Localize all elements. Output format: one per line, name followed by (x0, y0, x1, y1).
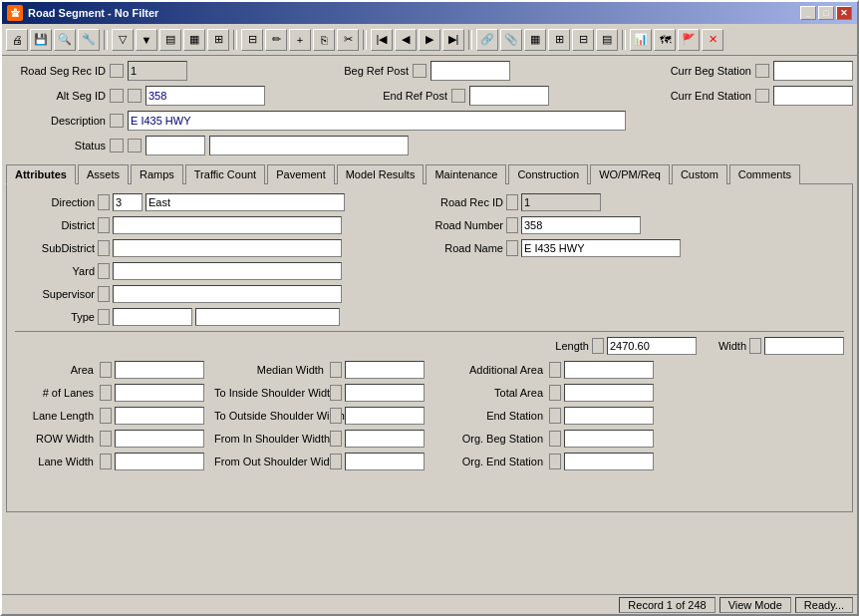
org-end-station-input[interactable] (564, 453, 654, 470)
end-ref-post-label: End Ref Post (358, 90, 447, 102)
lane-length-input[interactable] (115, 407, 204, 425)
grid5-button[interactable]: ▤ (596, 29, 618, 51)
supervisor-input[interactable] (113, 285, 342, 303)
to-inside-shoulder-indicator (330, 385, 342, 401)
maximize-button[interactable]: □ (818, 6, 834, 20)
grid4-button[interactable]: ⊟ (572, 29, 594, 51)
type-code-input[interactable] (113, 308, 192, 326)
tab-attributes[interactable]: Attributes (6, 164, 76, 184)
table-button[interactable]: ▤ (159, 29, 181, 51)
scan-button[interactable]: ⊞ (207, 29, 229, 51)
type-row: Type (15, 307, 394, 327)
road-number-indicator (506, 217, 518, 233)
from-in-shoulder-row: From In Shoulder Width (214, 429, 433, 449)
search-button[interactable]: 🔍 (54, 29, 76, 51)
direction-code-input[interactable] (113, 193, 143, 211)
org-end-station-row: Org. End Station (443, 452, 844, 471)
close-button[interactable]: ✕ (836, 6, 852, 20)
org-beg-station-label: Org. Beg Station (443, 433, 543, 445)
total-area-input[interactable] (564, 384, 654, 402)
subdistrict-input[interactable] (113, 239, 342, 257)
filter-down-button[interactable]: ▼ (136, 29, 157, 51)
type-desc-input[interactable] (195, 308, 340, 326)
curr-end-station-input[interactable] (773, 86, 853, 106)
direction-value-input[interactable] (145, 193, 345, 211)
to-outside-shoulder-input[interactable] (345, 407, 425, 425)
alt-seg-id-input[interactable] (145, 86, 265, 106)
flag-button[interactable]: 🚩 (678, 29, 700, 51)
filter-button[interactable]: ▽ (112, 29, 134, 51)
map-button[interactable]: 🗺 (654, 29, 676, 51)
nav-next-button[interactable]: ▶ (419, 29, 440, 51)
description-input[interactable] (128, 111, 626, 131)
close-red-button[interactable]: ✕ (702, 29, 723, 51)
lane-width-input[interactable] (115, 453, 204, 470)
lane-width-label: Lane Width (15, 456, 94, 467)
grid2-button[interactable]: ▦ (524, 29, 546, 51)
copy-button[interactable]: ⎘ (313, 29, 335, 51)
nav-first-button[interactable]: |◀ (371, 29, 393, 51)
end-station-label: End Station (443, 410, 543, 422)
cut-button[interactable]: ✂ (337, 29, 359, 51)
save-button[interactable]: 💾 (30, 29, 52, 51)
additional-area-input[interactable] (564, 361, 654, 379)
tools-button[interactable]: 🔧 (78, 29, 100, 51)
end-ref-post-input[interactable] (469, 86, 549, 106)
print-button[interactable]: 🖨 (6, 29, 28, 51)
road-number-input[interactable] (521, 216, 641, 234)
tab-assets[interactable]: Assets (78, 164, 129, 184)
row-width-input[interactable] (115, 430, 204, 448)
from-out-shoulder-input[interactable] (345, 453, 425, 470)
grid-button[interactable]: ⊟ (241, 29, 263, 51)
tab-wo-pm-req[interactable]: WO/PM/Req (590, 164, 670, 184)
pencil-button[interactable]: ✏ (265, 29, 287, 51)
unlink-button[interactable]: 📎 (500, 29, 522, 51)
lane-length-indicator (100, 408, 112, 424)
tab-model-results[interactable]: Model Results (337, 164, 425, 184)
lane-length-row: Lane Length (15, 406, 204, 426)
add-button[interactable]: + (289, 29, 311, 51)
lane-width-indicator (100, 454, 112, 469)
district-input[interactable] (113, 216, 342, 234)
nav-prev-button[interactable]: ◀ (395, 29, 417, 51)
road-seg-rec-id-input[interactable] (128, 61, 187, 81)
tab-construction[interactable]: Construction (508, 164, 588, 184)
area-input[interactable] (115, 361, 204, 379)
yard-input[interactable] (113, 262, 342, 280)
lanes-row: # of Lanes (15, 383, 204, 403)
link-button[interactable]: 🔗 (476, 29, 498, 51)
median-width-label: Median Width (214, 364, 324, 376)
from-in-shoulder-indicator (330, 431, 342, 447)
road-name-input[interactable] (521, 239, 681, 257)
length-input[interactable] (607, 337, 697, 355)
status-label: Status (6, 140, 106, 152)
end-station-input[interactable] (564, 407, 654, 425)
district-row: District (15, 215, 394, 235)
lanes-input[interactable] (115, 384, 204, 402)
status-desc-input[interactable] (209, 136, 409, 155)
tab-pavement[interactable]: Pavement (267, 164, 335, 184)
additional-area-indicator (549, 362, 561, 378)
org-beg-station-input[interactable] (564, 430, 654, 448)
tab-custom[interactable]: Custom (672, 164, 727, 184)
tab-maintenance[interactable]: Maintenance (426, 164, 506, 184)
road-rec-id-input[interactable] (521, 193, 601, 211)
minimize-button[interactable]: _ (800, 6, 816, 20)
width-input[interactable] (764, 337, 844, 355)
tab-ramps[interactable]: Ramps (131, 164, 183, 184)
nav-last-button[interactable]: ▶| (442, 29, 464, 51)
chart-button[interactable]: 📊 (630, 29, 652, 51)
alt-seg-id-label: Alt Seg ID (6, 90, 106, 102)
from-in-shoulder-input[interactable] (345, 430, 425, 448)
beg-ref-post-input[interactable] (430, 61, 510, 81)
grid3-button[interactable]: ⊞ (548, 29, 570, 51)
tab-comments[interactable]: Comments (729, 164, 800, 184)
end-station-indicator (549, 408, 561, 424)
status-code-input[interactable] (145, 136, 205, 155)
tab-traffic-count[interactable]: Traffic Count (185, 164, 265, 184)
median-width-input[interactable] (345, 361, 425, 379)
table-alt-button[interactable]: ▦ (183, 29, 205, 51)
yard-label: Yard (15, 265, 95, 277)
curr-beg-station-input[interactable] (773, 61, 853, 81)
to-inside-shoulder-input[interactable] (345, 384, 425, 402)
